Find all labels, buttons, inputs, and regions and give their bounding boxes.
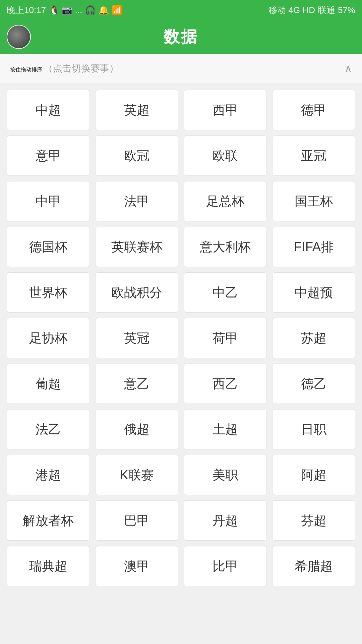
- status-battery: 57%: [338, 5, 355, 15]
- bottom-hint: [0, 593, 362, 606]
- league-grid: 中超英超西甲德甲意甲欧冠欧联亚冠中甲法甲足总杯国王杯德国杯英联赛杯意大利杯FIF…: [7, 90, 355, 586]
- status-network: 移动 4G HD: [268, 4, 315, 16]
- league-item[interactable]: 澳甲: [95, 546, 178, 586]
- status-right: 移动 4G HD 联通 57%: [268, 4, 355, 16]
- league-item[interactable]: 港超: [7, 455, 90, 495]
- avatar-image: [7, 25, 30, 48]
- league-item[interactable]: 法乙: [7, 409, 90, 449]
- league-item[interactable]: FIFA排: [272, 227, 355, 267]
- league-item[interactable]: 中超预: [272, 272, 355, 313]
- app-header: 数据: [0, 20, 362, 54]
- league-item[interactable]: 丹超: [184, 500, 267, 541]
- league-item[interactable]: 阿超: [272, 455, 355, 495]
- sort-bar-sub-text: （点击切换赛事）: [44, 63, 119, 73]
- league-item[interactable]: 足协杯: [7, 318, 90, 358]
- league-item[interactable]: 足总杯: [184, 181, 267, 221]
- league-item[interactable]: 英联赛杯: [95, 227, 178, 267]
- league-item[interactable]: 葡超: [7, 364, 90, 404]
- status-time: 晚上10:17: [7, 4, 46, 16]
- league-item[interactable]: 意乙: [95, 364, 178, 404]
- league-item[interactable]: 土超: [184, 409, 267, 449]
- status-wifi-icon: 📶: [112, 5, 122, 15]
- league-item[interactable]: 美职: [184, 455, 267, 495]
- league-item[interactable]: 意大利杯: [184, 227, 267, 267]
- sort-bar-label: 按住拖动排序 （点击切换赛事）: [10, 62, 119, 75]
- league-item[interactable]: 中甲: [7, 181, 90, 221]
- league-item[interactable]: 解放者杯: [7, 500, 90, 541]
- status-bar: 晚上10:17 🐧 📷 ... 🎧 🔔 📶 移动 4G HD 联通 57%: [0, 0, 362, 20]
- league-item[interactable]: 俄超: [95, 409, 178, 449]
- league-item[interactable]: 德乙: [272, 364, 355, 404]
- league-item[interactable]: 中超: [7, 90, 90, 130]
- league-item[interactable]: 国王杯: [272, 181, 355, 221]
- league-item[interactable]: 苏超: [272, 318, 355, 358]
- sort-bar: 按住拖动排序 （点击切换赛事） ∧: [0, 54, 362, 83]
- league-item[interactable]: 芬超: [272, 500, 355, 541]
- league-item[interactable]: 希腊超: [272, 546, 355, 586]
- league-item[interactable]: 法甲: [95, 181, 178, 221]
- league-item[interactable]: 荷甲: [184, 318, 267, 358]
- league-item[interactable]: 德甲: [272, 90, 355, 130]
- league-item[interactable]: 欧战积分: [95, 272, 178, 313]
- league-item[interactable]: 瑞典超: [7, 546, 90, 586]
- league-item[interactable]: 比甲: [184, 546, 267, 586]
- status-bell-icon: 🔔: [98, 5, 109, 15]
- league-item[interactable]: 英冠: [95, 318, 178, 358]
- league-item[interactable]: 世界杯: [7, 272, 90, 313]
- avatar[interactable]: [7, 25, 31, 49]
- league-item[interactable]: 德国杯: [7, 227, 90, 267]
- status-headphone-icon: 🎧: [85, 5, 96, 15]
- status-left: 晚上10:17 🐧 📷 ... 🎧 🔔 📶: [7, 4, 122, 16]
- league-item[interactable]: 巴甲: [95, 500, 178, 541]
- league-item[interactable]: 日职: [272, 409, 355, 449]
- league-item[interactable]: K联赛: [95, 455, 178, 495]
- collapse-arrow-icon[interactable]: ∧: [345, 62, 352, 74]
- league-item[interactable]: 英超: [95, 90, 178, 130]
- league-item[interactable]: 欧冠: [95, 136, 178, 176]
- league-item[interactable]: 西乙: [184, 364, 267, 404]
- league-grid-area: 中超英超西甲德甲意甲欧冠欧联亚冠中甲法甲足总杯国王杯德国杯英联赛杯意大利杯FIF…: [0, 83, 362, 593]
- sort-bar-main-text: 按住拖动排序: [10, 67, 42, 72]
- page-title: 数据: [164, 26, 198, 48]
- league-item[interactable]: 西甲: [184, 90, 267, 130]
- league-item[interactable]: 中乙: [184, 272, 267, 313]
- league-item[interactable]: 亚冠: [272, 136, 355, 176]
- status-carrier: 联通: [318, 4, 335, 16]
- status-icons: 🐧 📷 ...: [49, 5, 82, 15]
- league-item[interactable]: 意甲: [7, 136, 90, 176]
- league-item[interactable]: 欧联: [184, 136, 267, 176]
